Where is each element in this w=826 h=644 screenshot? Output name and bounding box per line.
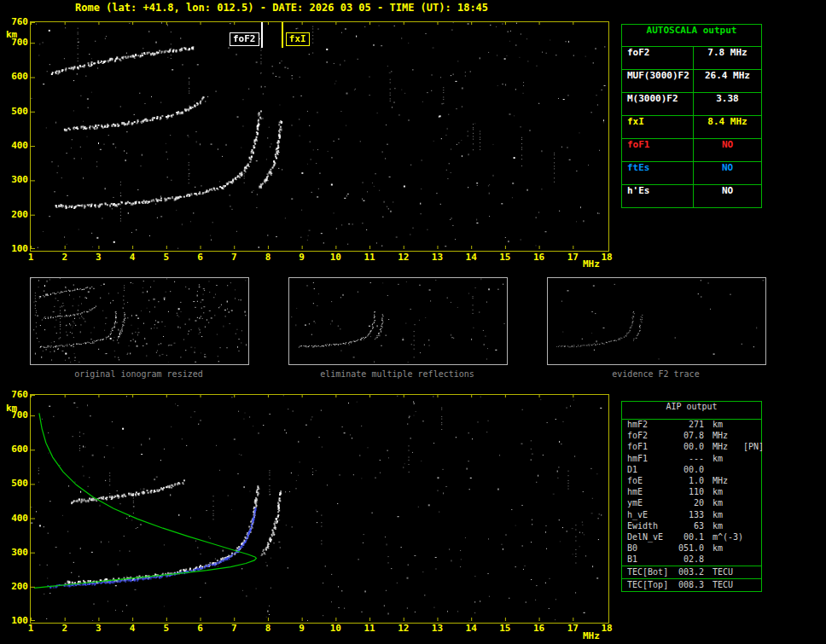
autoscala-row-label: MUF(3000)F2 <box>622 70 694 92</box>
aip-row-value: 1.0 <box>675 476 704 487</box>
x-tick-label: 3 <box>90 252 107 263</box>
aip-row-unit: m^(-3) <box>704 532 742 543</box>
station-title: Rome (lat: +41.8, lon: 012.5) - DATE: 20… <box>75 2 488 14</box>
x-tick-label: 13 <box>428 624 445 634</box>
y-tick-label: 760 <box>3 390 28 400</box>
x-tick-label: 6 <box>192 252 209 263</box>
aip-row-label: ymE <box>627 498 675 509</box>
top-x-axis-unit: MHz <box>583 258 600 270</box>
x-tick-label: 9 <box>294 252 311 263</box>
aip-row-value: 133 <box>675 510 704 521</box>
aip-row-label: TEC[Bot] <box>627 566 675 578</box>
autoscala-row-label: fxI <box>622 116 694 138</box>
x-tick-label: 15 <box>497 252 514 263</box>
aip-row: B102.8 <box>622 554 761 566</box>
aip-row-label: B0 <box>627 543 675 554</box>
aip-row-unit: MHz <box>704 442 742 453</box>
aip-row-value: 00.1 <box>675 532 704 543</box>
aip-row-label: Ewidth <box>627 521 675 532</box>
aip-row: hmE110km <box>622 487 761 498</box>
aip-row-value: 003.2 <box>675 566 704 578</box>
autoscala-row-value: 26.4 MHz <box>694 70 761 92</box>
x-tick-label: 7 <box>225 624 242 634</box>
x-tick-label: 6 <box>192 624 209 634</box>
autoscala-row-value: 3.38 <box>694 93 761 115</box>
autoscala-screen: Rome (lat: +41.8, lon: 012.5) - DATE: 20… <box>0 0 826 644</box>
aip-row-unit: km <box>704 543 742 554</box>
aip-row-extra <box>742 498 761 509</box>
autoscala-row-value: 8.4 MHz <box>694 116 761 138</box>
aip-row-unit <box>704 465 742 476</box>
y-tick-label: 200 <box>3 210 28 220</box>
autoscala-row: h'EsNO <box>622 185 761 207</box>
aip-row-unit <box>704 554 742 566</box>
x-tick-label: 11 <box>361 252 378 263</box>
aip-row-unit: TECU <box>704 566 742 578</box>
aip-row-label: DelN_vE <box>627 532 675 543</box>
x-tick-label: 14 <box>462 624 480 634</box>
top-ionogram-plot <box>30 21 609 252</box>
aip-row-extra <box>742 510 761 521</box>
autoscala-table-rows: foF27.8 MHzMUF(3000)F226.4 MHzM(3000)F23… <box>622 47 761 207</box>
x-tick-label: 3 <box>90 624 107 634</box>
aip-row-value: 110 <box>675 487 704 498</box>
aip-row-extra <box>742 521 761 532</box>
x-tick-label: 14 <box>462 252 480 263</box>
y-tick-label: 500 <box>3 107 28 117</box>
x-tick-label: 16 <box>531 624 548 634</box>
y-tick-label: 400 <box>3 141 28 151</box>
aip-row-extra: [PN] <box>742 442 764 453</box>
autoscala-row-label: foF2 <box>622 47 694 69</box>
aip-row: DelN_vE00.1m^(-3) <box>622 532 761 543</box>
aip-output-table: AIP output hmF2271kmfoF207.8MHzfoF100.0M… <box>621 401 762 592</box>
aip-row-unit: km <box>704 521 742 532</box>
thumbnail-evidence-f2 <box>547 277 766 365</box>
x-tick-label: 2 <box>56 252 73 263</box>
aip-row-label: D1 <box>627 465 675 476</box>
x-tick-label: 9 <box>294 624 311 634</box>
aip-row: TEC[Top]008.3TECU <box>622 578 761 591</box>
aip-row-unit: TECU <box>704 579 742 591</box>
autoscala-row-value: NO <box>694 162 761 184</box>
y-tick-label: 600 <box>3 72 28 82</box>
x-tick-label: 5 <box>158 624 175 634</box>
aip-row-value: 63 <box>675 521 704 532</box>
aip-row-value: 00.0 <box>675 442 704 453</box>
autoscala-row: foF1NO <box>622 139 761 162</box>
aip-row-label: foE <box>627 476 675 487</box>
aip-row-extra <box>742 465 761 476</box>
fxi-marker-line <box>282 22 283 48</box>
autoscala-row: MUF(3000)F226.4 MHz <box>622 70 761 93</box>
y-tick-label: 600 <box>3 444 28 455</box>
aip-row-value: 20 <box>675 498 704 509</box>
thumbnail-eliminate-canvas <box>289 278 505 363</box>
aip-row-value: 07.8 <box>675 431 704 442</box>
aip-row: hmF1---km <box>622 454 761 465</box>
autoscala-row-label: foF1 <box>622 139 694 161</box>
autoscala-output-table: AUTOSCALA output foF27.8 MHzMUF(3000)F22… <box>621 24 762 208</box>
x-tick-label: 10 <box>327 624 344 634</box>
aip-row-extra <box>742 454 761 465</box>
x-tick-label: 18 <box>598 624 615 634</box>
aip-row-label: B1 <box>627 554 675 566</box>
aip-row-unit: km <box>704 454 742 465</box>
x-tick-label: 11 <box>361 624 378 634</box>
x-tick-label: 13 <box>428 252 445 263</box>
y-tick-label: 700 <box>3 410 28 421</box>
x-tick-label: 15 <box>497 624 514 634</box>
x-tick-label: 8 <box>259 252 276 263</box>
aip-row: foF100.0MHz[PN] <box>622 442 761 453</box>
x-tick-label: 12 <box>395 252 412 263</box>
aip-row-extra <box>742 579 761 591</box>
thumbnail-caption-original: original ionogram resized <box>30 369 247 379</box>
x-tick-label: 10 <box>327 252 344 263</box>
aip-row-label: h_vE <box>627 510 675 521</box>
aip-row-unit: km <box>704 420 742 431</box>
aip-row: D100.0 <box>622 465 761 476</box>
aip-row-unit: km <box>704 487 742 498</box>
autoscala-row-value: 7.8 MHz <box>694 47 761 69</box>
y-tick-label: 760 <box>3 17 28 27</box>
aip-row-label: TEC[Top] <box>627 579 675 591</box>
aip-row-value: --- <box>675 454 704 465</box>
aip-row-extra <box>742 543 761 554</box>
